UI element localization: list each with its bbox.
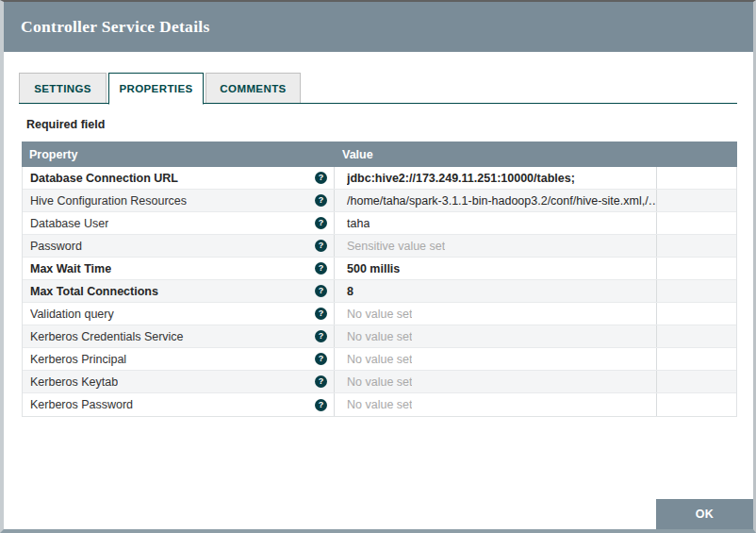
- property-value: 8: [347, 285, 353, 298]
- table-row[interactable]: Kerberos Credentials Service ? No value …: [23, 325, 736, 348]
- table-row[interactable]: Max Total Connections ? 8: [23, 280, 736, 303]
- property-value: No value set: [347, 308, 412, 321]
- table-body: Database Connection URL ? jdbc:hive2://1…: [22, 167, 737, 417]
- controller-service-details-dialog: Controller Service Details SETTINGS PROP…: [0, 0, 756, 533]
- property-cell: Kerberos Credentials Service ?: [23, 325, 335, 347]
- property-cell: Max Wait Time ?: [23, 258, 335, 279]
- table-row[interactable]: Database Connection URL ? jdbc:hive2://1…: [23, 167, 736, 190]
- value-cell: No value set: [335, 393, 657, 416]
- property-name: Kerberos Password: [30, 398, 133, 411]
- value-cell: No value set: [335, 371, 657, 392]
- extra-cell: [657, 303, 736, 325]
- property-cell: Max Total Connections ?: [23, 280, 335, 302]
- property-value: No value set: [347, 330, 412, 343]
- question-circle-icon[interactable]: ?: [315, 217, 327, 229]
- value-cell: No value set: [335, 348, 657, 370]
- question-circle-icon[interactable]: ?: [315, 399, 327, 411]
- property-value: /home/taha/spark-3.1.1-bin-hadoop3.2/con…: [347, 194, 656, 208]
- extra-cell: [657, 167, 736, 189]
- extra-cell: [657, 348, 736, 370]
- property-value: No value set: [347, 353, 412, 366]
- property-value: 500 millis: [347, 262, 400, 275]
- property-name: Kerberos Keytab: [30, 375, 118, 389]
- question-circle-icon[interactable]: ?: [315, 330, 327, 342]
- dialog-title: Controller Service Details: [21, 17, 210, 37]
- tab-comments[interactable]: COMMENTS: [205, 73, 301, 103]
- table-row[interactable]: Kerberos Keytab ? No value set: [23, 371, 736, 393]
- extra-cell: [657, 235, 736, 257]
- table-row[interactable]: Hive Configuration Resources ? /home/tah…: [23, 190, 736, 212]
- ok-button[interactable]: OK: [656, 499, 753, 529]
- value-cell: jdbc:hive2://173.249.11.251:10000/tables…: [335, 167, 657, 189]
- value-cell: /home/taha/spark-3.1.1-bin-hadoop3.2/con…: [335, 190, 657, 211]
- property-cell: Password ?: [23, 235, 335, 257]
- property-value: jdbc:hive2://173.249.11.251:10000/tables…: [347, 172, 575, 185]
- property-name: Hive Configuration Resources: [30, 194, 187, 208]
- property-cell: Database User ?: [23, 212, 335, 234]
- property-cell: Database Connection URL ?: [23, 167, 335, 189]
- property-cell: Hive Configuration Resources ?: [23, 190, 335, 211]
- property-name: Database User: [30, 217, 108, 230]
- property-cell: Validation query ?: [23, 303, 335, 325]
- property-value: taha: [347, 217, 370, 230]
- value-cell: Sensitive value set: [335, 235, 657, 257]
- property-name: Kerberos Principal: [30, 353, 126, 366]
- question-circle-icon[interactable]: ?: [315, 285, 327, 297]
- property-value: Sensitive value set: [347, 240, 445, 253]
- extra-cell: [657, 371, 736, 392]
- table-row[interactable]: Validation query ? No value set: [23, 303, 736, 325]
- question-circle-icon[interactable]: ?: [315, 375, 327, 388]
- table-row[interactable]: Database User ? taha: [23, 212, 736, 235]
- question-circle-icon[interactable]: ?: [315, 172, 327, 184]
- property-name: Max Wait Time: [30, 262, 111, 275]
- question-circle-icon[interactable]: ?: [315, 353, 327, 365]
- extra-cell: [657, 258, 736, 279]
- tab-bar: SETTINGS PROPERTIES COMMENTS: [19, 73, 737, 104]
- table-row[interactable]: Password ? Sensitive value set: [23, 235, 736, 258]
- extra-cell: [657, 393, 736, 416]
- question-circle-icon[interactable]: ?: [315, 194, 327, 207]
- table-row[interactable]: Kerberos Password ? No value set: [23, 393, 736, 416]
- property-cell: Kerberos Principal ?: [23, 348, 335, 370]
- property-cell: Kerberos Keytab ?: [23, 371, 335, 392]
- value-cell: 8: [335, 280, 657, 302]
- property-name: Kerberos Credentials Service: [30, 330, 184, 343]
- extra-cell: [657, 190, 736, 211]
- property-value: No value set: [347, 375, 412, 389]
- dialog-header: Controller Service Details: [4, 2, 753, 52]
- value-cell: taha: [335, 212, 657, 234]
- column-header-value: Value: [335, 148, 657, 161]
- property-name: Validation query: [30, 308, 114, 321]
- value-cell: 500 millis: [335, 258, 657, 279]
- extra-cell: [657, 325, 736, 347]
- question-circle-icon[interactable]: ?: [315, 308, 327, 320]
- property-cell: Kerberos Password ?: [23, 393, 335, 416]
- extra-cell: [657, 280, 736, 302]
- value-cell: No value set: [335, 325, 657, 347]
- tab-properties[interactable]: PROPERTIES: [108, 73, 204, 105]
- table-row[interactable]: Kerberos Principal ? No value set: [23, 348, 736, 371]
- column-header-property: Property: [22, 148, 335, 161]
- property-value: No value set: [347, 398, 412, 411]
- property-name: Password: [30, 240, 82, 253]
- tab-settings[interactable]: SETTINGS: [19, 73, 107, 103]
- table-row[interactable]: Max Wait Time ? 500 millis: [23, 258, 736, 280]
- property-name: Max Total Connections: [30, 285, 158, 298]
- property-name: Database Connection URL: [30, 172, 178, 185]
- value-cell: No value set: [335, 303, 657, 325]
- question-circle-icon[interactable]: ?: [315, 240, 327, 252]
- properties-table: Property Value Database Connection URL ?…: [22, 142, 737, 417]
- table-header-row: Property Value: [22, 142, 737, 167]
- question-circle-icon[interactable]: ?: [315, 262, 327, 275]
- required-field-label: Required field: [26, 118, 105, 131]
- extra-cell: [657, 212, 736, 234]
